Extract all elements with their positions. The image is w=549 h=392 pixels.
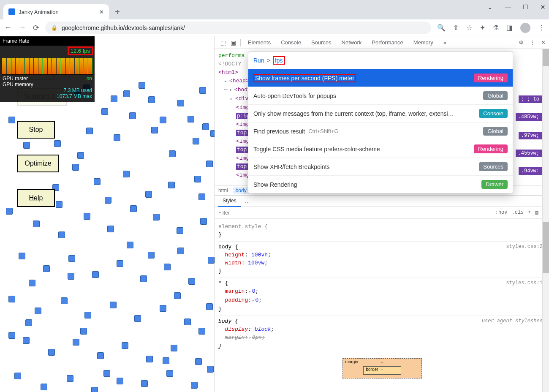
cls-toggle[interactable]: .cls [512, 210, 524, 216]
bookmark-icon[interactable]: ☆ [466, 24, 472, 32]
animated-dot [202, 123, 209, 130]
styles-filter-row: :hov .cls + ▤ ◧ [215, 207, 549, 219]
devtools-tabs: ⬚ ▣ Elements Console Sources Network Per… [215, 36, 549, 49]
gpu-raster-value: on [87, 76, 92, 82]
minimize-icon[interactable]: — [505, 3, 511, 11]
inspect-icon[interactable]: ⬚ [218, 39, 228, 46]
animated-dot [84, 213, 90, 220]
animated-dot [73, 339, 79, 346]
forward-icon: → [19, 23, 26, 33]
tab-sources[interactable]: Sources [307, 36, 336, 49]
chevron-down-icon[interactable]: ⌄ [487, 3, 493, 11]
devtools-panel: ⬚ ▣ Elements Console Sources Network Per… [215, 36, 549, 392]
search-icon[interactable]: 🔍 [437, 24, 446, 32]
src-link[interactable]: styles.css:15 [506, 279, 546, 287]
optimize-button[interactable]: Optimize [17, 155, 59, 172]
subtab-styles[interactable]: Styles [218, 195, 241, 207]
extensions-icon[interactable]: ✦ [480, 24, 485, 32]
command-menu-item[interactable]: Find previous resultCtrl+Shift+GGlobal [248, 122, 513, 140]
command-menu-item[interactable]: Auto-open DevTools for popupsGlobal [248, 87, 513, 104]
command-menu-item[interactable]: Show frames per second (FPS) meterRender… [248, 69, 513, 87]
styles-filter-input[interactable] [218, 210, 495, 216]
animated-dot [166, 370, 173, 377]
tab-close-icon[interactable]: ✕ [99, 9, 104, 15]
settings-icon[interactable]: ⚙ [519, 39, 524, 46]
styles-subtabs: Styles … [215, 195, 549, 207]
animated-dot [134, 315, 141, 322]
animated-dot [141, 380, 148, 387]
tab-elements[interactable]: Elements [243, 36, 275, 49]
command-menu-item[interactable]: Show RenderingDrawer [248, 175, 513, 193]
command-menu-item[interactable]: Show XHR/fetch BreakpointsSources [248, 158, 513, 175]
tab-performance[interactable]: Performance [367, 36, 408, 49]
page-viewport: Frame Rate 12.6 fps GPU rasteron GPU mem… [0, 36, 215, 392]
hov-toggle[interactable]: :hov [495, 210, 508, 216]
animated-dot [193, 138, 199, 144]
add-rule-icon[interactable]: + [528, 210, 531, 216]
subtab-more[interactable]: … [241, 195, 254, 207]
computed-icon[interactable]: ▤ [535, 210, 538, 216]
tabs-more[interactable]: » [439, 36, 451, 49]
avatar[interactable] [520, 23, 530, 33]
help-button[interactable]: Help [17, 189, 55, 207]
fps-overlay: Frame Rate 12.6 fps GPU rasteron GPU mem… [0, 36, 95, 102]
back-icon[interactable]: ← [4, 23, 12, 33]
chrome-menu-icon[interactable]: ⋮ [538, 24, 545, 32]
tab-memory[interactable]: Memory [409, 36, 438, 49]
favicon [8, 8, 15, 15]
animated-dot [146, 356, 153, 362]
css-rules[interactable]: element.style { } styles.css:20 body { h… [215, 219, 549, 356]
animated-dot [23, 142, 30, 149]
close-window-icon[interactable]: ✕ [540, 3, 546, 11]
tab-console[interactable]: Console [276, 36, 306, 49]
animated-dot [164, 264, 171, 270]
animated-dot [188, 278, 195, 285]
reload-icon[interactable]: ⟳ [33, 23, 39, 33]
stop-button[interactable]: Stop [17, 121, 55, 139]
sidepanel-icon[interactable]: ◨ [506, 24, 513, 32]
close-devtools-icon[interactable]: ✕ [541, 39, 546, 46]
browser-tab[interactable]: Janky Animation ✕ [3, 4, 109, 19]
scrollbar[interactable] [542, 49, 549, 392]
animated-dot [35, 308, 41, 314]
titlebar: Janky Animation ✕ + ⌄ — ☐ ✕ [0, 0, 549, 19]
kebab-icon[interactable]: ⋮ [530, 39, 535, 46]
labs-icon[interactable]: ⚗ [493, 24, 499, 32]
style-peek: .485vw; [516, 113, 542, 121]
device-icon[interactable]: ▣ [228, 39, 238, 46]
animated-dot [195, 358, 202, 365]
lock-icon: 🔒 [51, 25, 57, 31]
crumb-body[interactable]: body [233, 187, 249, 194]
gpu-mem-used: 7.3 MB used [64, 87, 92, 93]
maximize-icon[interactable]: ☐ [523, 3, 528, 11]
animated-dot [194, 176, 201, 182]
animated-dot [174, 292, 181, 299]
animated-dot [84, 312, 91, 318]
gpu-memory-label: GPU memory [3, 82, 33, 87]
command-input[interactable]: fps [273, 56, 285, 65]
style-peek: .455vw; [516, 150, 542, 157]
share-icon[interactable]: ⇧ [453, 24, 459, 32]
animated-dot [114, 134, 120, 141]
animated-dot [67, 375, 73, 382]
crumb-html[interactable]: html [218, 188, 228, 193]
animated-dot [8, 332, 15, 339]
animated-dot [198, 193, 205, 200]
style-peek: ; ; to [519, 95, 542, 103]
animated-dot [200, 218, 207, 225]
animated-dot [86, 128, 93, 134]
tab-title: Janky Animation [19, 9, 59, 15]
command-menu-item[interactable]: Only show messages from the current cont… [248, 104, 513, 122]
src-link[interactable]: styles.css:20 [506, 243, 546, 251]
animated-dot [191, 382, 198, 389]
animated-dot [148, 96, 155, 103]
animated-dot [188, 116, 194, 122]
new-tab-button[interactable]: + [111, 6, 123, 18]
animated-dot [199, 87, 206, 94]
omnibox[interactable]: 🔒 googlechrome.github.io/devtools-sample… [45, 22, 431, 34]
animated-dot [171, 345, 177, 351]
animated-dot [19, 253, 25, 259]
category-badge: Global [483, 91, 508, 100]
command-menu-item[interactable]: Toggle CSS media feature prefers-color-s… [248, 140, 513, 158]
tab-network[interactable]: Network [337, 36, 367, 49]
